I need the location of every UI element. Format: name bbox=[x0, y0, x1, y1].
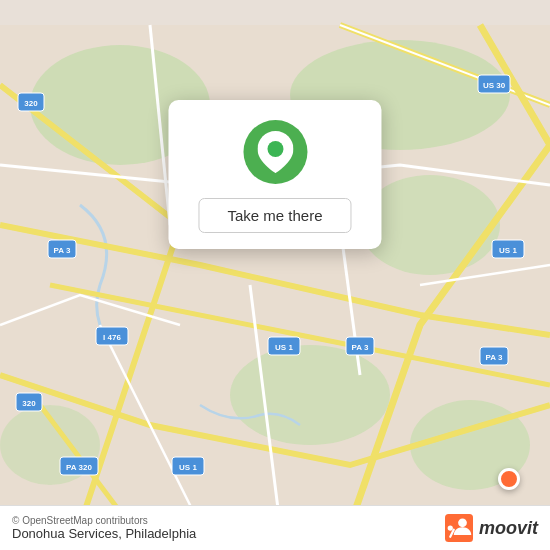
svg-point-29 bbox=[267, 141, 283, 157]
location-pin-icon bbox=[257, 131, 293, 173]
svg-text:US 30: US 30 bbox=[483, 81, 506, 90]
copyright-text: © OpenStreetMap contributors bbox=[12, 515, 196, 526]
bottom-bar: © OpenStreetMap contributors Donohua Ser… bbox=[0, 505, 550, 550]
moovit-wordmark: moovit bbox=[479, 518, 538, 539]
svg-point-32 bbox=[448, 525, 453, 530]
svg-point-4 bbox=[230, 345, 390, 445]
svg-text:320: 320 bbox=[22, 399, 36, 408]
svg-text:US 1: US 1 bbox=[499, 246, 517, 255]
moovit-logo-icon bbox=[445, 514, 473, 542]
svg-text:PA 3: PA 3 bbox=[54, 246, 71, 255]
svg-text:PA 3: PA 3 bbox=[352, 343, 369, 352]
svg-text:PA 3: PA 3 bbox=[486, 353, 503, 362]
popup-card: Take me there bbox=[168, 100, 381, 249]
location-icon-circle bbox=[243, 120, 307, 184]
svg-text:PA 320: PA 320 bbox=[66, 463, 92, 472]
take-me-there-button[interactable]: Take me there bbox=[198, 198, 351, 233]
map-background: 320 US 30 PA 3 US 1 I 476 320 PA 320 US … bbox=[0, 0, 550, 550]
map-container: 320 US 30 PA 3 US 1 I 476 320 PA 320 US … bbox=[0, 0, 550, 550]
svg-text:I 476: I 476 bbox=[103, 333, 121, 342]
route-marker bbox=[498, 468, 520, 490]
svg-point-31 bbox=[458, 518, 467, 527]
svg-text:US 1: US 1 bbox=[179, 463, 197, 472]
location-text: Donohua Services, Philadelphia bbox=[12, 526, 196, 541]
moovit-logo: moovit bbox=[445, 514, 538, 542]
svg-text:US 1: US 1 bbox=[275, 343, 293, 352]
bottom-bar-left: © OpenStreetMap contributors Donohua Ser… bbox=[12, 515, 196, 541]
svg-text:320: 320 bbox=[24, 99, 38, 108]
